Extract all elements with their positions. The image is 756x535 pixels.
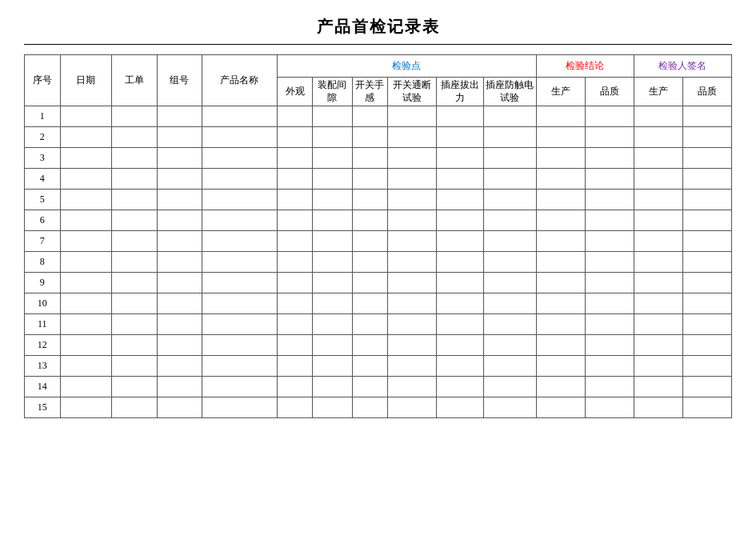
cell-data[interactable] — [682, 210, 731, 231]
cell-data[interactable] — [388, 106, 437, 127]
cell-data[interactable] — [277, 190, 313, 210]
cell-seq[interactable]: 5 — [25, 190, 61, 210]
cell-data[interactable] — [60, 273, 112, 293]
cell-data[interactable] — [352, 106, 388, 127]
cell-data[interactable] — [536, 377, 585, 397]
cell-data[interactable] — [682, 377, 731, 397]
cell-data[interactable] — [352, 356, 388, 377]
cell-data[interactable] — [634, 335, 682, 356]
cell-data[interactable] — [388, 127, 437, 148]
cell-data[interactable] — [634, 252, 682, 273]
cell-data[interactable] — [437, 190, 484, 210]
cell-data[interactable] — [483, 252, 536, 273]
cell-data[interactable] — [112, 106, 157, 127]
cell-data[interactable] — [483, 231, 536, 252]
cell-data[interactable] — [277, 169, 313, 190]
cell-seq[interactable]: 8 — [25, 252, 61, 273]
cell-data[interactable] — [313, 273, 352, 293]
cell-data[interactable] — [536, 106, 585, 127]
cell-data[interactable] — [112, 252, 157, 273]
cell-data[interactable] — [437, 377, 484, 397]
cell-data[interactable] — [483, 210, 536, 231]
cell-data[interactable] — [313, 252, 352, 273]
cell-data[interactable] — [202, 169, 277, 190]
cell-data[interactable] — [536, 148, 585, 169]
cell-data[interactable] — [157, 231, 202, 252]
cell-data[interactable] — [536, 169, 585, 190]
cell-data[interactable] — [202, 127, 277, 148]
cell-data[interactable] — [634, 273, 682, 293]
cell-data[interactable] — [585, 293, 634, 314]
cell-data[interactable] — [112, 190, 157, 210]
cell-data[interactable] — [682, 273, 731, 293]
cell-data[interactable] — [202, 210, 277, 231]
cell-data[interactable] — [634, 397, 682, 418]
cell-data[interactable] — [202, 148, 277, 169]
cell-data[interactable] — [202, 190, 277, 210]
cell-seq[interactable]: 2 — [25, 127, 61, 148]
cell-data[interactable] — [352, 335, 388, 356]
cell-data[interactable] — [60, 190, 112, 210]
cell-seq[interactable]: 3 — [25, 148, 61, 169]
cell-data[interactable] — [352, 127, 388, 148]
cell-data[interactable] — [202, 231, 277, 252]
cell-data[interactable] — [585, 190, 634, 210]
cell-data[interactable] — [157, 273, 202, 293]
cell-data[interactable] — [277, 335, 313, 356]
cell-data[interactable] — [388, 210, 437, 231]
cell-data[interactable] — [202, 397, 277, 418]
cell-data[interactable] — [634, 293, 682, 314]
cell-data[interactable] — [60, 314, 112, 335]
cell-data[interactable] — [112, 210, 157, 231]
cell-data[interactable] — [682, 169, 731, 190]
cell-data[interactable] — [112, 377, 157, 397]
cell-data[interactable] — [634, 148, 682, 169]
cell-data[interactable] — [202, 335, 277, 356]
cell-data[interactable] — [585, 273, 634, 293]
cell-data[interactable] — [634, 190, 682, 210]
cell-data[interactable] — [585, 106, 634, 127]
cell-data[interactable] — [536, 231, 585, 252]
cell-data[interactable] — [634, 231, 682, 252]
cell-data[interactable] — [483, 273, 536, 293]
cell-data[interactable] — [536, 314, 585, 335]
cell-data[interactable] — [202, 252, 277, 273]
cell-data[interactable] — [157, 169, 202, 190]
cell-data[interactable] — [388, 273, 437, 293]
cell-data[interactable] — [352, 252, 388, 273]
cell-seq[interactable]: 15 — [25, 397, 61, 418]
cell-data[interactable] — [112, 314, 157, 335]
cell-data[interactable] — [277, 377, 313, 397]
cell-data[interactable] — [634, 210, 682, 231]
cell-seq[interactable]: 6 — [25, 210, 61, 231]
cell-data[interactable] — [352, 169, 388, 190]
cell-seq[interactable]: 1 — [25, 106, 61, 127]
cell-data[interactable] — [682, 314, 731, 335]
cell-data[interactable] — [585, 314, 634, 335]
cell-data[interactable] — [682, 335, 731, 356]
cell-data[interactable] — [388, 397, 437, 418]
cell-data[interactable] — [483, 314, 536, 335]
cell-data[interactable] — [437, 335, 484, 356]
cell-data[interactable] — [388, 148, 437, 169]
cell-data[interactable] — [157, 335, 202, 356]
cell-data[interactable] — [352, 397, 388, 418]
cell-seq[interactable]: 4 — [25, 169, 61, 190]
cell-seq[interactable]: 13 — [25, 356, 61, 377]
cell-data[interactable] — [277, 356, 313, 377]
cell-data[interactable] — [585, 377, 634, 397]
cell-data[interactable] — [388, 293, 437, 314]
cell-data[interactable] — [483, 377, 536, 397]
cell-data[interactable] — [352, 377, 388, 397]
cell-data[interactable] — [157, 127, 202, 148]
cell-data[interactable] — [60, 127, 112, 148]
cell-data[interactable] — [277, 273, 313, 293]
cell-data[interactable] — [634, 169, 682, 190]
cell-data[interactable] — [682, 127, 731, 148]
cell-data[interactable] — [483, 148, 536, 169]
cell-data[interactable] — [313, 127, 352, 148]
cell-data[interactable] — [682, 231, 731, 252]
cell-data[interactable] — [157, 293, 202, 314]
cell-data[interactable] — [112, 231, 157, 252]
cell-data[interactable] — [60, 148, 112, 169]
